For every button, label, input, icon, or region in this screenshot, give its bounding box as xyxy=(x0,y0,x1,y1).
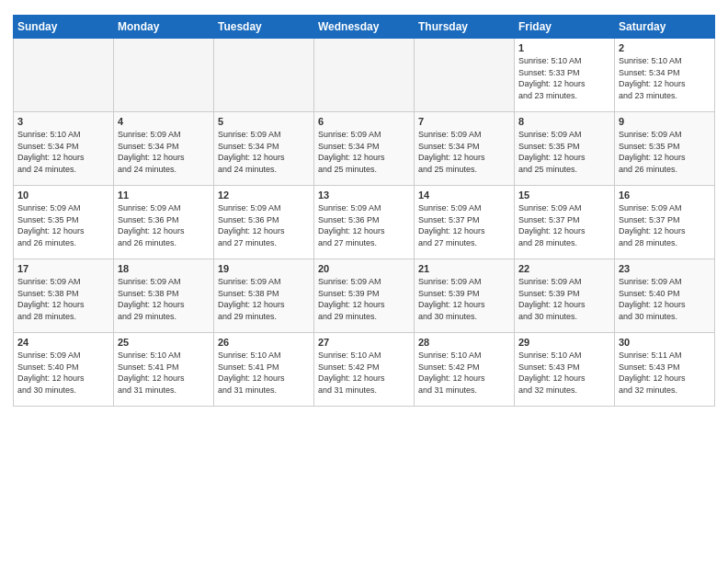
day-info: Sunrise: 5:10 AM Sunset: 5:34 PM Dayligh… xyxy=(17,129,109,175)
table-cell: 12Sunrise: 5:09 AM Sunset: 5:36 PM Dayli… xyxy=(214,186,314,259)
day-number: 30 xyxy=(619,337,711,348)
day-info: Sunrise: 5:09 AM Sunset: 5:40 PM Dayligh… xyxy=(619,276,711,322)
table-cell: 11Sunrise: 5:09 AM Sunset: 5:36 PM Dayli… xyxy=(114,186,214,259)
day-info: Sunrise: 5:10 AM Sunset: 5:41 PM Dayligh… xyxy=(218,350,310,396)
table-cell: 4Sunrise: 5:09 AM Sunset: 5:34 PM Daylig… xyxy=(114,112,214,186)
col-thursday: Thursday xyxy=(415,16,515,39)
table-cell: 9Sunrise: 5:09 AM Sunset: 5:35 PM Daylig… xyxy=(615,112,715,186)
table-cell: 26Sunrise: 5:10 AM Sunset: 5:41 PM Dayli… xyxy=(214,333,314,407)
day-number: 19 xyxy=(218,263,310,274)
table-cell: 7Sunrise: 5:09 AM Sunset: 5:34 PM Daylig… xyxy=(415,112,515,186)
col-tuesday: Tuesday xyxy=(214,16,314,39)
table-cell: 17Sunrise: 5:09 AM Sunset: 5:38 PM Dayli… xyxy=(14,259,114,333)
calendar-week-row: 10Sunrise: 5:09 AM Sunset: 5:35 PM Dayli… xyxy=(14,186,715,259)
day-number: 5 xyxy=(218,116,310,127)
calendar-week-row: 17Sunrise: 5:09 AM Sunset: 5:38 PM Dayli… xyxy=(14,259,715,333)
calendar-header-row: Sunday Monday Tuesday Wednesday Thursday… xyxy=(14,16,715,39)
calendar-week-row: 1Sunrise: 5:10 AM Sunset: 5:33 PM Daylig… xyxy=(14,39,715,112)
day-info: Sunrise: 5:09 AM Sunset: 5:39 PM Dayligh… xyxy=(318,276,410,322)
table-cell: 28Sunrise: 5:10 AM Sunset: 5:42 PM Dayli… xyxy=(415,333,515,407)
day-number: 6 xyxy=(318,116,410,127)
day-info: Sunrise: 5:09 AM Sunset: 5:38 PM Dayligh… xyxy=(118,276,210,322)
day-info: Sunrise: 5:10 AM Sunset: 5:42 PM Dayligh… xyxy=(318,350,410,396)
day-number: 18 xyxy=(118,263,210,274)
day-number: 26 xyxy=(218,337,310,348)
table-cell: 23Sunrise: 5:09 AM Sunset: 5:40 PM Dayli… xyxy=(615,259,715,333)
calendar-week-row: 3Sunrise: 5:10 AM Sunset: 5:34 PM Daylig… xyxy=(14,112,715,186)
table-cell: 24Sunrise: 5:09 AM Sunset: 5:40 PM Dayli… xyxy=(14,333,114,407)
day-number: 4 xyxy=(118,116,210,127)
calendar-week-row: 24Sunrise: 5:09 AM Sunset: 5:40 PM Dayli… xyxy=(14,333,715,407)
day-info: Sunrise: 5:09 AM Sunset: 5:38 PM Dayligh… xyxy=(218,276,310,322)
day-number: 21 xyxy=(418,263,510,274)
day-info: Sunrise: 5:09 AM Sunset: 5:36 PM Dayligh… xyxy=(118,202,210,248)
table-cell: 16Sunrise: 5:09 AM Sunset: 5:37 PM Dayli… xyxy=(615,186,715,259)
table-cell: 10Sunrise: 5:09 AM Sunset: 5:35 PM Dayli… xyxy=(14,186,114,259)
calendar-table: Sunday Monday Tuesday Wednesday Thursday… xyxy=(13,15,715,407)
table-cell: 8Sunrise: 5:09 AM Sunset: 5:35 PM Daylig… xyxy=(515,112,615,186)
col-monday: Monday xyxy=(114,16,214,39)
table-cell: 19Sunrise: 5:09 AM Sunset: 5:38 PM Dayli… xyxy=(214,259,314,333)
table-cell: 15Sunrise: 5:09 AM Sunset: 5:37 PM Dayli… xyxy=(515,186,615,259)
day-info: Sunrise: 5:09 AM Sunset: 5:34 PM Dayligh… xyxy=(418,129,510,175)
col-friday: Friday xyxy=(515,16,615,39)
day-info: Sunrise: 5:10 AM Sunset: 5:41 PM Dayligh… xyxy=(118,350,210,396)
table-cell: 18Sunrise: 5:09 AM Sunset: 5:38 PM Dayli… xyxy=(114,259,214,333)
day-number: 16 xyxy=(619,190,711,201)
col-wednesday: Wednesday xyxy=(314,16,415,39)
table-cell: 5Sunrise: 5:09 AM Sunset: 5:34 PM Daylig… xyxy=(214,112,314,186)
day-info: Sunrise: 5:09 AM Sunset: 5:39 PM Dayligh… xyxy=(518,276,610,322)
day-number: 24 xyxy=(17,337,109,348)
day-info: Sunrise: 5:09 AM Sunset: 5:37 PM Dayligh… xyxy=(619,202,711,248)
table-cell: 27Sunrise: 5:10 AM Sunset: 5:42 PM Dayli… xyxy=(314,333,415,407)
day-number: 10 xyxy=(17,190,109,201)
table-cell xyxy=(14,39,114,112)
day-number: 22 xyxy=(518,263,610,274)
day-number: 29 xyxy=(518,337,610,348)
day-number: 3 xyxy=(17,116,109,127)
day-number: 17 xyxy=(17,263,109,274)
table-cell xyxy=(314,39,415,112)
day-info: Sunrise: 5:09 AM Sunset: 5:40 PM Dayligh… xyxy=(17,350,109,396)
table-cell: 13Sunrise: 5:09 AM Sunset: 5:36 PM Dayli… xyxy=(314,186,415,259)
col-saturday: Saturday xyxy=(615,16,715,39)
day-info: Sunrise: 5:10 AM Sunset: 5:43 PM Dayligh… xyxy=(518,350,610,396)
day-info: Sunrise: 5:09 AM Sunset: 5:37 PM Dayligh… xyxy=(418,202,510,248)
table-cell: 30Sunrise: 5:11 AM Sunset: 5:43 PM Dayli… xyxy=(615,333,715,407)
table-cell: 20Sunrise: 5:09 AM Sunset: 5:39 PM Dayli… xyxy=(314,259,415,333)
day-number: 12 xyxy=(218,190,310,201)
day-number: 15 xyxy=(518,190,610,201)
table-cell: 2Sunrise: 5:10 AM Sunset: 5:34 PM Daylig… xyxy=(615,39,715,112)
table-cell: 22Sunrise: 5:09 AM Sunset: 5:39 PM Dayli… xyxy=(515,259,615,333)
day-number: 20 xyxy=(318,263,410,274)
day-number: 7 xyxy=(418,116,510,127)
day-info: Sunrise: 5:09 AM Sunset: 5:35 PM Dayligh… xyxy=(619,129,711,175)
day-number: 23 xyxy=(619,263,711,274)
day-info: Sunrise: 5:09 AM Sunset: 5:36 PM Dayligh… xyxy=(218,202,310,248)
day-info: Sunrise: 5:09 AM Sunset: 5:35 PM Dayligh… xyxy=(518,129,610,175)
day-info: Sunrise: 5:09 AM Sunset: 5:34 PM Dayligh… xyxy=(318,129,410,175)
day-number: 2 xyxy=(619,42,711,53)
table-cell: 3Sunrise: 5:10 AM Sunset: 5:34 PM Daylig… xyxy=(14,112,114,186)
day-info: Sunrise: 5:11 AM Sunset: 5:43 PM Dayligh… xyxy=(619,350,711,396)
table-cell: 25Sunrise: 5:10 AM Sunset: 5:41 PM Dayli… xyxy=(114,333,214,407)
day-number: 1 xyxy=(518,42,610,53)
table-cell: 21Sunrise: 5:09 AM Sunset: 5:39 PM Dayli… xyxy=(415,259,515,333)
day-number: 27 xyxy=(318,337,410,348)
day-info: Sunrise: 5:09 AM Sunset: 5:39 PM Dayligh… xyxy=(418,276,510,322)
table-cell xyxy=(214,39,314,112)
table-cell: 1Sunrise: 5:10 AM Sunset: 5:33 PM Daylig… xyxy=(515,39,615,112)
day-info: Sunrise: 5:10 AM Sunset: 5:33 PM Dayligh… xyxy=(518,55,610,101)
day-info: Sunrise: 5:10 AM Sunset: 5:42 PM Dayligh… xyxy=(418,350,510,396)
day-number: 9 xyxy=(619,116,711,127)
table-cell: 29Sunrise: 5:10 AM Sunset: 5:43 PM Dayli… xyxy=(515,333,615,407)
day-number: 14 xyxy=(418,190,510,201)
day-info: Sunrise: 5:09 AM Sunset: 5:34 PM Dayligh… xyxy=(218,129,310,175)
day-info: Sunrise: 5:09 AM Sunset: 5:36 PM Dayligh… xyxy=(318,202,410,248)
day-info: Sunrise: 5:09 AM Sunset: 5:37 PM Dayligh… xyxy=(518,202,610,248)
col-sunday: Sunday xyxy=(14,16,114,39)
day-number: 11 xyxy=(118,190,210,201)
page: General Blue Sunday Monday Tuesday Wedne… xyxy=(0,0,728,563)
day-number: 25 xyxy=(118,337,210,348)
table-cell: 14Sunrise: 5:09 AM Sunset: 5:37 PM Dayli… xyxy=(415,186,515,259)
